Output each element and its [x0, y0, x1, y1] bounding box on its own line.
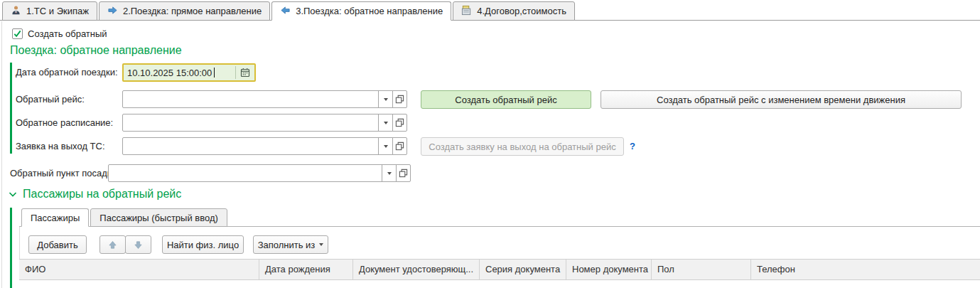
create-return-flight-button[interactable]: Создать обратный рейс [421, 90, 591, 109]
arrow-left-icon [280, 5, 291, 18]
tab-passengers[interactable]: Пассажиры [21, 208, 89, 227]
create-reverse-checkbox[interactable]: Создать обратный [12, 28, 107, 39]
column-header-phone[interactable]: Телефон [751, 260, 980, 279]
return-flight-row: Обратный рейс: Создать обратный рейс Соз… [0, 90, 980, 109]
return-flight-combo [122, 90, 407, 108]
vehicle-exit-request-combo [122, 137, 407, 155]
button-label: Заполнить из [258, 240, 316, 250]
return-boarding-point-row: Обратный пункт посадки: [0, 164, 980, 183]
passengers-tab-bar: Пассажиры Пассажиры (быстрый ввод) [19, 208, 980, 227]
checkbox-box[interactable] [12, 28, 23, 39]
find-person-button[interactable]: Найти физ. лицо [162, 235, 244, 254]
add-button[interactable]: Добавить [28, 235, 87, 254]
return-schedule-input[interactable] [122, 114, 379, 132]
tab-label: Пассажиры [31, 213, 80, 223]
contract-icon [461, 5, 472, 18]
vehicle-exit-request-label: Заявка на выход ТС: [16, 137, 105, 156]
return-boarding-point-combo [108, 164, 411, 182]
return-boarding-point-input[interactable] [108, 164, 382, 182]
calendar-icon[interactable] [236, 65, 254, 80]
chevron-down-icon [319, 243, 323, 246]
return-schedule-combo [122, 114, 407, 132]
return-date-label: Дата обратной поездки: [16, 63, 118, 82]
open-in-window-icon[interactable] [392, 137, 407, 155]
return-flight-input[interactable] [122, 90, 379, 108]
return-date-input[interactable]: 10.10.2025 15:00:00 [122, 63, 256, 82]
column-header-birth-date[interactable]: Дата рождения [259, 260, 353, 279]
person-icon [11, 5, 21, 18]
arrow-up-icon [108, 240, 117, 250]
button-label: Создать обратный рейс с изменением време… [657, 95, 905, 105]
text-cursor [214, 68, 215, 78]
return-flight-label: Обратный рейс: [16, 90, 85, 109]
column-header-gender[interactable]: Пол [652, 260, 751, 279]
return-schedule-label: Обратное расписание: [16, 114, 113, 132]
return-date-value: 10.10.2025 15:00:00 [124, 68, 214, 78]
open-in-window-icon[interactable] [392, 90, 407, 108]
passengers-table-header: ФИО Дата рождения Документ удостоверяющ.… [19, 259, 980, 280]
passengers-table-body[interactable] [19, 280, 980, 288]
fill-from-button[interactable]: Заполнить из [253, 235, 328, 254]
button-label: Добавить [37, 240, 77, 250]
column-header-document-series[interactable]: Серия документа [480, 260, 566, 279]
button-label: Создать заявку на выход на обратный рейс [429, 142, 615, 152]
checkmark-icon [13, 29, 22, 38]
checkbox-label: Создать обратный [28, 28, 107, 39]
tab-trip-forward[interactable]: 2.Поездка: прямое направление [99, 1, 270, 21]
column-header-document-number[interactable]: Номер документа [566, 260, 652, 279]
open-in-window-icon[interactable] [392, 114, 407, 132]
return-boarding-point-label: Обратный пункт посадки: [10, 164, 119, 183]
tab-passengers-quick-entry[interactable]: Пассажиры (быстрый ввод) [90, 208, 227, 227]
chevron-down-icon [9, 188, 17, 201]
tab-label: 4.Договор,стоимость [477, 6, 566, 16]
button-label: Найти физ. лицо [167, 240, 239, 250]
arrow-down-icon [134, 240, 143, 250]
button-label: Создать обратный рейс [455, 95, 556, 105]
return-schedule-row: Обратное расписание: [0, 114, 980, 132]
chevron-down-icon[interactable] [378, 90, 393, 108]
tab-contract-cost[interactable]: 4.Договор,стоимость [453, 1, 575, 21]
tab-vehicle-and-crew[interactable]: 1.ТС и Экипаж [2, 1, 97, 21]
vehicle-exit-request-input[interactable] [122, 137, 379, 155]
passengers-section-toggle[interactable]: Пассажиры на обратный рейс [9, 188, 181, 201]
tab-label: 3.Поездка: обратное направление [296, 6, 443, 16]
tab-trip-reverse[interactable]: 3.Поездка: обратное направление [271, 1, 451, 21]
column-header-fio[interactable]: ФИО [19, 260, 259, 279]
create-return-flight-time-change-button[interactable]: Создать обратный рейс с изменением време… [601, 90, 962, 109]
tab-label: 1.ТС и Экипаж [26, 6, 89, 16]
help-link[interactable]: ? [630, 137, 635, 156]
column-header-id-document[interactable]: Документ удостоверяющ... [353, 260, 480, 279]
chevron-down-icon[interactable] [378, 114, 393, 132]
vehicle-exit-request-row: Заявка на выход ТС: Создать заявку на вы… [0, 137, 980, 156]
move-up-button[interactable] [99, 235, 126, 254]
create-vehicle-exit-request-button: Создать заявку на выход на обратный рейс [421, 137, 624, 156]
move-down-button[interactable] [125, 235, 151, 254]
wizard-tab-bar: 1.ТС и Экипаж 2.Поездка: прямое направле… [0, 0, 980, 21]
open-in-window-icon[interactable] [396, 164, 411, 182]
passengers-group-bar [10, 208, 12, 288]
trip-wizard-window: 1.ТС и Экипаж 2.Поездка: прямое направле… [0, 0, 980, 288]
return-date-row: Дата обратной поездки: 10.10.2025 15:00:… [0, 63, 980, 82]
chevron-down-icon[interactable] [378, 137, 393, 155]
page-title: Поездка: обратное направление [10, 44, 182, 57]
tab-label: Пассажиры (быстрый ввод) [99, 213, 218, 223]
chevron-down-icon[interactable] [382, 164, 397, 182]
passengers-section-title: Пассажиры на обратный рейс [23, 188, 181, 201]
tab-label: 2.Поездка: прямое направление [123, 6, 262, 16]
arrow-right-icon [107, 5, 118, 18]
